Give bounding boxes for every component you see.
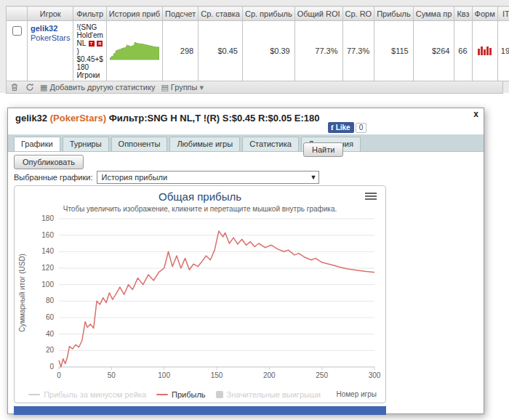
- chevron-down-icon: ▾: [199, 83, 204, 92]
- filter-line: NL T R: [76, 39, 103, 47]
- col-player[interactable]: Игрок: [28, 7, 73, 21]
- svg-text:250: 250: [316, 371, 328, 379]
- col-filter[interactable]: Фильтр: [73, 7, 106, 21]
- legend-line-icon: [156, 394, 168, 395]
- charts-select[interactable]: История прибыли ▼: [97, 171, 319, 184]
- svg-text:20: 20: [45, 346, 54, 354]
- tab-favorite-games[interactable]: Любимые игры: [169, 137, 240, 151]
- svg-text:160: 160: [41, 231, 54, 239]
- col-profit-history[interactable]: История приб: [106, 7, 162, 21]
- col-total-roi[interactable]: Общий ROI: [294, 7, 342, 21]
- profit-cell: $115: [374, 21, 414, 81]
- filter-line: 180: [76, 63, 103, 71]
- total-prize-cell: $264: [413, 21, 454, 81]
- popup-site-name: (PokerStars): [50, 113, 106, 124]
- form-cell: [472, 21, 497, 81]
- chart-title: Общая прибыль: [15, 190, 385, 203]
- legend-profit[interactable]: Прибыль: [156, 390, 206, 399]
- row-checkbox[interactable]: [12, 26, 22, 36]
- col-form[interactable]: Форм: [472, 7, 497, 21]
- ability-cell: 66: [454, 21, 472, 81]
- publish-button[interactable]: Опубликовать: [14, 155, 84, 169]
- count-cell: 298: [163, 21, 199, 81]
- col-count[interactable]: Подсчет: [163, 7, 199, 21]
- legend-square-icon: [216, 391, 223, 398]
- legend-significant-wins[interactable]: Значительные выигрыши: [216, 390, 321, 399]
- facebook-bar: [14, 406, 386, 415]
- svg-text:120: 120: [41, 264, 54, 272]
- col-checkbox: [7, 7, 28, 21]
- popup-title: gelik32 (PokerStars) Фильтр:SNG H NL,T !…: [15, 113, 454, 124]
- svg-text:80: 80: [45, 296, 54, 304]
- profit-chart: Общая прибыль Чтобы увеличить изображени…: [14, 185, 386, 403]
- trash-icon[interactable]: [9, 83, 19, 92]
- col-avg-profit[interactable]: Ср. прибыль: [242, 7, 294, 21]
- filter-line: ): [76, 47, 103, 55]
- col-avg-roi[interactable]: Ср. RO: [342, 7, 374, 21]
- total-roi-cell: 77.3%: [294, 21, 342, 81]
- avg-profit-cell: $0.39: [242, 21, 294, 81]
- svg-text:150: 150: [210, 371, 223, 379]
- tab-statistics[interactable]: Статистика: [242, 137, 299, 151]
- player-details-popup: x gelik32 (PokerStars) Фильтр:SNG H NL,T…: [7, 108, 484, 414]
- col-ability[interactable]: Квз: [454, 7, 472, 21]
- filter-line: Hold'em: [76, 31, 103, 39]
- col-avg-stake[interactable]: Ср. ставка: [199, 7, 243, 21]
- add-statistic-button[interactable]: ▦ Добавить другую статистику: [40, 83, 155, 92]
- player-link[interactable]: gelik32: [31, 24, 70, 33]
- tab-tournaments[interactable]: Турниры: [63, 137, 109, 151]
- svg-text:0: 0: [57, 371, 61, 379]
- profit-chart-canvas[interactable]: 0204060801001201401601800501001502002503…: [17, 214, 384, 387]
- svg-text:100: 100: [41, 280, 54, 288]
- popup-tabbar: Графики Турниры Оппоненты Любимые игры С…: [8, 134, 484, 152]
- table-row: gelik32 PokerStars !(SNG Hold'em NL T R …: [7, 21, 509, 81]
- col-itm[interactable]: ITM%: [497, 7, 509, 21]
- select-arrow-icon: ▼: [310, 174, 317, 181]
- form-bars-icon: [478, 46, 492, 55]
- facebook-like-widget: f Like 0: [328, 122, 366, 133]
- chart-legend: Прибыль за минусом рейка Прибыль Значите…: [15, 390, 334, 399]
- popup-player-name: gelik32: [15, 113, 47, 124]
- chart-menu-icon[interactable]: [365, 193, 377, 201]
- svg-text:0: 0: [49, 363, 54, 371]
- svg-text:300: 300: [368, 371, 380, 379]
- tab-charts[interactable]: Графики: [14, 137, 60, 151]
- add-statistic-icon: ▦: [40, 83, 47, 92]
- filter-line: !(SNG: [76, 23, 103, 31]
- chart-subtitle: Чтобы увеличить изображение, кликните и …: [15, 205, 385, 213]
- svg-text:180: 180: [41, 214, 54, 222]
- col-total-prize[interactable]: Сумма пр: [413, 7, 454, 21]
- popup-filter-text: Фильтр:SNG H NL,T !(R) S:$0.45 R:$0.05 E…: [109, 113, 320, 124]
- charts-select-label: Выбранные графики:: [14, 173, 92, 182]
- facebook-like-count: 0: [356, 123, 367, 133]
- chart-x-axis-title: Номер игры: [336, 390, 377, 398]
- table-toolbar: ▦ Добавить другую статистику ▤ Группы ▾: [6, 81, 503, 94]
- groups-icon: ▤: [161, 83, 168, 92]
- find-button[interactable]: Найти: [303, 142, 343, 157]
- filter-line: Игроки: [76, 71, 103, 79]
- itm-cell: 19.1%: [497, 21, 509, 81]
- facebook-logo-icon: f: [331, 123, 334, 132]
- filter-cell: !(SNG Hold'em NL T R ) $0.45+$ 180 Игрок…: [73, 21, 106, 81]
- avg-stake-cell: $0.45: [199, 21, 243, 81]
- svg-text:140: 140: [41, 247, 54, 255]
- site-link[interactable]: PokerStars: [31, 33, 70, 42]
- table-header-row: Игрок Фильтр История приб Подсчет Ср. ст…: [7, 7, 509, 21]
- profit-sparkline[interactable]: [110, 40, 159, 60]
- groups-dropdown[interactable]: ▤ Группы ▾: [161, 83, 204, 92]
- facebook-like-button[interactable]: f Like: [328, 122, 354, 133]
- stats-table: Игрок Фильтр История приб Подсчет Ср. ст…: [6, 6, 509, 81]
- legend-line-icon: [28, 394, 40, 395]
- avg-roi-cell: 77.3%: [342, 21, 374, 81]
- tab-opponents[interactable]: Оппоненты: [111, 137, 168, 151]
- svg-text:Суммарный итог (USD): Суммарный итог (USD): [18, 254, 26, 332]
- filter-line: $0.45+$: [76, 55, 103, 63]
- close-icon[interactable]: x: [473, 110, 478, 118]
- refresh-icon[interactable]: [25, 83, 34, 92]
- svg-text:50: 50: [107, 371, 116, 379]
- legend-profit-minus-rake[interactable]: Прибыль за минусом рейка: [28, 390, 146, 399]
- charts-select-row: Выбранные графики: История прибыли ▼: [14, 171, 319, 184]
- svg-text:40: 40: [45, 330, 54, 338]
- col-profit[interactable]: Прибыль: [374, 7, 414, 21]
- svg-text:60: 60: [45, 313, 54, 321]
